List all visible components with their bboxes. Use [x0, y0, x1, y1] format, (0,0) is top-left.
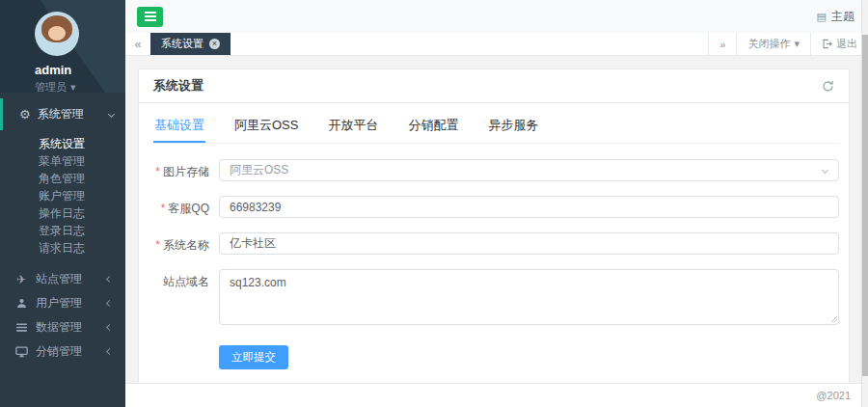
image-storage-label: 图片存储	[153, 159, 209, 180]
page-scrollbar[interactable]	[861, 0, 868, 407]
chevron-down-icon	[108, 111, 115, 118]
sidebar: admin 管理员 ▾ ⚙ 系统管理 系统设置 菜单管理 角色管理 账户管理 操…	[0, 0, 125, 407]
sidebar-sections: ✈ 站点管理 用户管理 数据管理	[0, 267, 125, 364]
tabs-scroll-left-button[interactable]: «	[125, 33, 150, 55]
sidebar-item-label: 系统管理	[38, 106, 84, 122]
section-label: 用户管理	[36, 295, 82, 312]
system-name-input[interactable]	[219, 232, 839, 255]
sidebar-item-user-management[interactable]: 用户管理	[0, 291, 125, 315]
chevron-left-icon	[106, 348, 113, 355]
tab-async-service[interactable]: 异步服务	[487, 111, 539, 143]
theme-label: 主题	[831, 9, 854, 25]
main-column: ▤ 主题 « 系统设置 × » 关闭操作 ▾ 退出	[125, 0, 868, 407]
tabbar-spacer	[231, 33, 708, 55]
caret-down-icon: ▾	[70, 81, 76, 94]
username: admin	[35, 63, 125, 77]
tab-aliyun-oss[interactable]: 阿里云OSS	[233, 111, 299, 143]
customer-qq-label: 客服QQ	[153, 196, 209, 217]
sidebar-item-distribution-management[interactable]: 分销管理	[0, 339, 125, 364]
section-label: 数据管理	[36, 319, 82, 336]
panel-body: 基础设置 阿里云OSS 开放平台 分销配置 异步服务 图片存储 阿里云OSS	[139, 103, 849, 389]
logout-button[interactable]: 退出	[810, 33, 868, 55]
profile-header: admin 管理员 ▾	[0, 0, 125, 93]
form-row: 站点域名 sq123.com	[153, 269, 839, 325]
avatar[interactable]	[35, 12, 79, 56]
chevron-down-icon	[822, 167, 828, 174]
role-label: 管理员	[35, 80, 67, 95]
system-name-label: 系统名称	[153, 232, 209, 254]
gears-icon: ⚙	[19, 107, 31, 122]
footer: @2021	[125, 383, 868, 407]
section-label: 站点管理	[36, 271, 82, 287]
settings-tabs: 基础设置 阿里云OSS 开放平台 分销配置 异步服务	[153, 111, 839, 144]
page-title: 系统设置	[153, 77, 203, 95]
close-operations-dropdown[interactable]: 关闭操作 ▾	[736, 33, 810, 55]
close-icon[interactable]: ×	[209, 39, 220, 49]
theme-button[interactable]: ▤ 主题	[817, 9, 854, 25]
form-row: 系统名称	[153, 232, 839, 255]
tab-distribution-config[interactable]: 分销配置	[407, 111, 459, 143]
theme-icon: ▤	[817, 11, 827, 23]
form-row: 客服QQ	[153, 196, 839, 218]
chevron-left-icon	[106, 300, 113, 307]
content-area: 系统设置 基础设置 阿里云OSS 开放平台 分销配置 异步服务	[125, 56, 868, 383]
tab-label: 系统设置	[161, 37, 203, 51]
sidebar-item-operation-logs[interactable]: 操作日志	[0, 204, 125, 221]
section-label: 分销管理	[36, 343, 82, 360]
paper-plane-icon: ✈	[14, 273, 28, 286]
system-submenu: 系统设置 菜单管理 角色管理 账户管理 操作日志 登录日志 请求日志	[0, 134, 125, 256]
sidebar-item-login-logs[interactable]: 登录日志	[0, 221, 125, 238]
site-domain-label: 站点域名	[153, 269, 209, 290]
role-dropdown[interactable]: 管理员 ▾	[35, 80, 125, 95]
sidebar-item-account-management[interactable]: 账户管理	[0, 186, 125, 204]
chevron-left-icon	[106, 324, 113, 331]
panel-header: 系统设置	[139, 69, 849, 103]
tabbar: « 系统设置 × » 关闭操作 ▾ 退出	[125, 33, 868, 56]
basic-settings-form: 图片存储 阿里云OSS 客服QQ	[153, 159, 839, 369]
copyright-text: @2021	[816, 390, 851, 401]
hamburger-icon	[145, 15, 156, 17]
sidebar-item-site-management[interactable]: ✈ 站点管理	[0, 267, 125, 291]
sidebar-item-system-management[interactable]: ⚙ 系统管理	[0, 98, 125, 130]
topbar: ▤ 主题	[125, 0, 868, 33]
tabs-scroll-right-button[interactable]: »	[708, 33, 736, 55]
app-window: admin 管理员 ▾ ⚙ 系统管理 系统设置 菜单管理 角色管理 账户管理 操…	[0, 0, 868, 407]
customer-qq-input[interactable]	[219, 196, 839, 218]
desktop-icon	[14, 346, 28, 358]
sidebar-item-menu-management[interactable]: 菜单管理	[0, 151, 125, 169]
site-domain-textarea[interactable]: sq123.com	[219, 269, 839, 325]
selected-value: 阿里云OSS	[230, 162, 288, 178]
sidebar-item-role-management[interactable]: 角色管理	[0, 169, 125, 186]
tab-system-settings[interactable]: 系统设置 ×	[150, 33, 231, 55]
caret-down-icon: ▾	[794, 38, 800, 50]
submit-button[interactable]: 立即提交	[219, 345, 288, 369]
chevron-left-icon	[106, 276, 113, 283]
system-name-field	[219, 232, 839, 255]
list-icon	[14, 322, 28, 333]
scrollbar-thumb[interactable]	[862, 35, 868, 376]
logout-label: 退出	[836, 37, 857, 51]
sidebar-item-request-logs[interactable]: 请求日志	[0, 238, 125, 256]
sidebar-toggle-button[interactable]	[137, 7, 163, 27]
user-icon	[14, 298, 28, 309]
refresh-icon[interactable]	[822, 80, 834, 93]
customer-qq-field	[219, 196, 839, 218]
tab-basic-settings[interactable]: 基础设置	[153, 111, 205, 143]
settings-panel: 系统设置 基础设置 阿里云OSS 开放平台 分销配置 异步服务	[138, 68, 850, 390]
site-domain-field: sq123.com	[219, 269, 839, 325]
tab-open-platform[interactable]: 开放平台	[327, 111, 379, 143]
close-operations-label: 关闭操作	[747, 37, 790, 51]
image-storage-select[interactable]: 阿里云OSS	[219, 159, 839, 181]
form-row: 图片存储 阿里云OSS	[153, 159, 839, 181]
sidebar-item-system-settings[interactable]: 系统设置	[0, 134, 125, 151]
sidebar-item-data-management[interactable]: 数据管理	[0, 315, 125, 339]
sign-out-icon	[822, 39, 832, 49]
